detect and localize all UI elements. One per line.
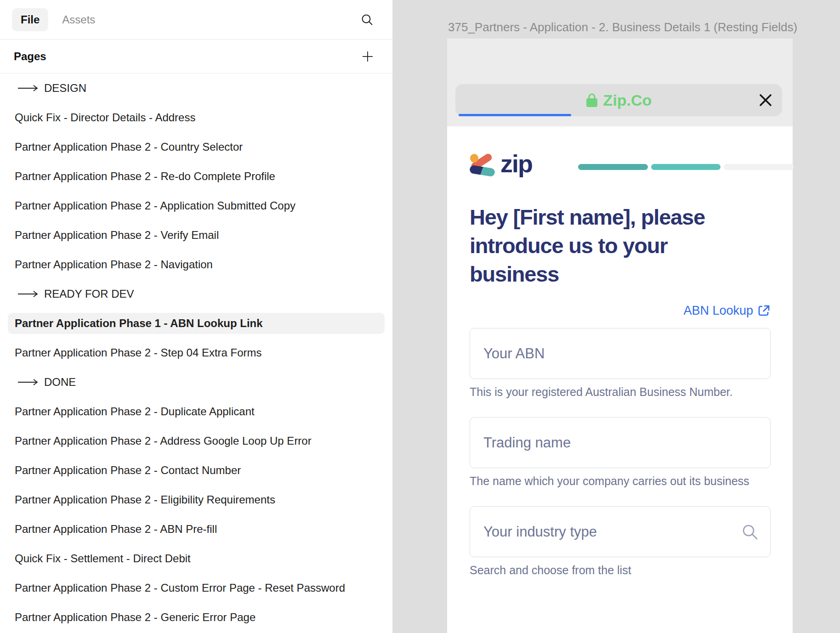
page-label: Partner Application Phase 2 - Country Se…	[15, 141, 243, 153]
text-input[interactable]	[470, 417, 771, 468]
design-frame: Zip.Co zip	[447, 39, 793, 633]
page-label: Partner Application Phase 2 - Eligibilit…	[15, 493, 275, 506]
page-list-item[interactable]: Partner Application Phase 2 - Verify Ema…	[0, 220, 392, 250]
site-url: Zip.Co	[603, 91, 652, 109]
form-field: This is your registered Australian Busin…	[470, 328, 771, 399]
page-list-item[interactable]: Partner Application Phase 2 - Generic Er…	[0, 603, 392, 632]
progress-bar	[578, 164, 794, 170]
progress-segment-done	[651, 164, 721, 170]
logo-progress-row: zip	[470, 152, 771, 178]
tab-file[interactable]: File	[12, 8, 48, 31]
page-label: Partner Application Phase 1 - ABN Lookup…	[15, 317, 263, 330]
page-list-item[interactable]: Quick Fix - Director Details - Address	[0, 103, 392, 132]
page-label: Partner Application Phase 2 - Duplicate …	[15, 405, 255, 418]
abn-lookup-row: ABN Lookup	[470, 302, 771, 319]
page-list-item[interactable]: Partner Application Phase 2 - Navigation	[0, 250, 392, 279]
page-label: Partner Application Phase 2 - Step 04 Ex…	[15, 346, 262, 359]
page-label: Partner Application Phase 2 - Navigation	[15, 258, 213, 271]
form-field: Search and choose from the list	[470, 506, 771, 577]
abn-lookup-link[interactable]: ABN Lookup	[683, 304, 753, 318]
mobile-browser-chrome: Zip.Co	[447, 39, 793, 126]
section-label: DESIGN	[44, 82, 86, 95]
right-arrow-icon	[17, 379, 39, 385]
page-list-item[interactable]: Partner Application Phase 2 - Eligibilit…	[0, 485, 392, 514]
app-screen: zip Hey [First name], please introduce u…	[447, 126, 793, 633]
page-list-item[interactable]: Partner Application Phase 2 - Country Se…	[0, 132, 392, 162]
sidebar-topbar: File Assets	[0, 0, 392, 40]
pages-header-row: Pages	[0, 40, 392, 73]
page-list-item[interactable]: Partner Application Phase 2 - Contact Nu…	[0, 456, 392, 485]
form-fields: This is your registered Australian Busin…	[470, 328, 771, 577]
page-list-item[interactable]: Partner Application Phase 2 - Step 04 Ex…	[0, 338, 392, 367]
tab-assets[interactable]: Assets	[62, 13, 95, 26]
page-label: Partner Application Phase 2 - ABN Pre-fi…	[15, 523, 217, 536]
zip-logo-mark	[470, 152, 495, 177]
page-list: DESIGN Quick Fix - Director Details - Ad…	[0, 73, 392, 632]
search-icon[interactable]	[741, 523, 759, 541]
field-helper-text: Search and choose from the list	[470, 564, 771, 577]
page-label: Partner Application Phase 2 - Custom Err…	[15, 582, 345, 594]
search-icon[interactable]	[360, 13, 374, 27]
page-list-item[interactable]: Partner Application Phase 2 - Address Go…	[0, 426, 392, 456]
lock-icon	[586, 93, 598, 107]
page-title: Hey [First name], please introduce us to…	[470, 203, 734, 288]
pages-sidebar: File Assets Pages DESIGN Quick Fix - Dir…	[0, 0, 393, 633]
pages-title: Pages	[14, 50, 46, 63]
zip-logo: zip	[470, 152, 532, 177]
page-label: Partner Application Phase 2 - Address Go…	[15, 435, 312, 447]
close-icon[interactable]	[758, 93, 773, 107]
page-section-header[interactable]: READY FOR DEV	[0, 279, 392, 309]
page-list-item[interactable]: Partner Application Phase 2 - Duplicate …	[0, 397, 392, 426]
right-arrow-icon	[17, 291, 39, 297]
page-list-item[interactable]: Partner Application Phase 1 - ABN Lookup…	[0, 309, 392, 338]
page-loading-bar	[459, 114, 571, 116]
browser-address-bar[interactable]: Zip.Co	[455, 84, 782, 116]
frame-title[interactable]: 375_Partners - Application - 2. Business…	[448, 20, 797, 34]
page-section-header[interactable]: DONE	[0, 367, 392, 397]
field-helper-text: The name which your company carries out …	[470, 475, 771, 488]
site-label: Zip.Co	[586, 91, 652, 109]
page-label: Partner Application Phase 2 - Applicatio…	[15, 199, 295, 212]
page-label: Quick Fix - Settlement - Direct Debit	[15, 552, 191, 565]
section-label: DONE	[44, 376, 76, 389]
page-list-item[interactable]: Partner Application Phase 2 - Custom Err…	[0, 573, 392, 603]
add-page-icon[interactable]	[361, 50, 374, 63]
design-canvas[interactable]: 375_Partners - Application - 2. Business…	[393, 0, 840, 633]
text-input[interactable]	[470, 506, 771, 557]
page-list-item[interactable]: Partner Application Phase 2 - Applicatio…	[0, 191, 392, 220]
progress-segment-todo	[724, 164, 794, 170]
right-arrow-icon	[17, 85, 39, 91]
page-label: Partner Application Phase 2 - Generic Er…	[15, 611, 255, 624]
page-list-item[interactable]: Partner Application Phase 2 - ABN Pre-fi…	[0, 514, 392, 544]
progress-segment-done	[578, 164, 648, 170]
page-label: Partner Application Phase 2 - Re-do Comp…	[15, 170, 275, 183]
page-label: Quick Fix - Director Details - Address	[15, 111, 195, 124]
text-input[interactable]	[470, 328, 771, 379]
section-label: READY FOR DEV	[44, 288, 134, 300]
field-helper-text: This is your registered Australian Busin…	[470, 385, 771, 399]
page-label: Partner Application Phase 2 - Contact Nu…	[15, 464, 241, 477]
form-field: The name which your company carries out …	[470, 417, 771, 488]
page-list-item[interactable]: Partner Application Phase 2 - Re-do Comp…	[0, 162, 392, 191]
zip-wordmark: zip	[500, 152, 532, 175]
page-label: Partner Application Phase 2 - Verify Ema…	[15, 229, 219, 242]
external-link-icon[interactable]	[758, 304, 771, 317]
page-section-header[interactable]: DESIGN	[0, 73, 392, 103]
page-list-item[interactable]: Quick Fix - Settlement - Direct Debit	[0, 544, 392, 573]
